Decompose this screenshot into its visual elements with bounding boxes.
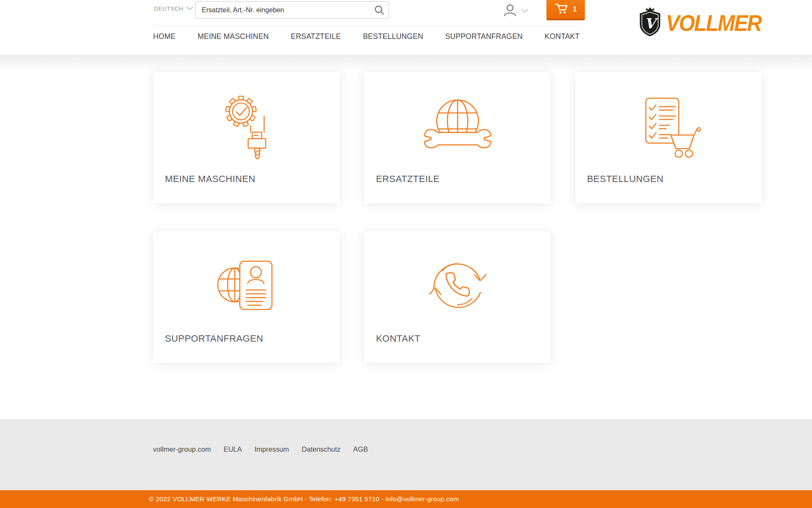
vollmer-logo[interactable]: V VOLLMER bbox=[638, 8, 761, 39]
chevron-down-icon bbox=[521, 7, 528, 15]
search-box bbox=[195, 1, 389, 19]
nav-item-ersatzteile[interactable]: ERSATZTEILE bbox=[291, 32, 341, 41]
footer-link-vollmer-group[interactable]: vollmer-group.com bbox=[153, 445, 211, 453]
search-input[interactable] bbox=[195, 1, 389, 19]
user-account-menu[interactable] bbox=[502, 3, 528, 19]
globe-contact-card-icon bbox=[153, 251, 340, 319]
vollmer-portal-page: DEUTSCH bbox=[0, 0, 812, 508]
cart-button[interactable]: 1 bbox=[546, 0, 585, 20]
chevron-down-icon bbox=[186, 6, 193, 12]
top-utility-bar: DEUTSCH bbox=[153, 0, 582, 26]
language-selector[interactable]: DEUTSCH bbox=[154, 6, 193, 12]
card-meine-maschinen[interactable]: MEINE MASCHINEN bbox=[153, 72, 340, 203]
phone-circular-arrows-icon bbox=[364, 251, 551, 319]
nav-item-kontakt[interactable]: KONTAKT bbox=[545, 32, 580, 41]
user-icon bbox=[502, 3, 518, 19]
card-bestellungen[interactable]: BESTELLUNGEN bbox=[575, 72, 762, 203]
dashboard-tiles: MEINE MASCHINEN ERSATZTEILE bbox=[153, 72, 761, 363]
card-ersatzteile[interactable]: ERSATZTEILE bbox=[364, 72, 551, 203]
footer-link-eula[interactable]: EULA bbox=[224, 445, 242, 453]
nav-item-meine-maschinen[interactable]: MEINE MASCHINEN bbox=[198, 32, 269, 41]
vollmer-wordmark: VOLLMER bbox=[666, 11, 761, 36]
cart-count-badge: 1 bbox=[573, 6, 577, 13]
search-icon[interactable] bbox=[374, 5, 385, 16]
footer: vollmer-group.com EULA Impressum Datensc… bbox=[0, 419, 812, 490]
machine-gear-check-icon bbox=[153, 91, 340, 163]
header: DEUTSCH bbox=[0, 0, 812, 55]
card-label: SUPPORTANFRAGEN bbox=[165, 333, 263, 344]
nav-item-supportanfragen[interactable]: SUPPORTANFRAGEN bbox=[445, 32, 523, 41]
checklist-cart-icon bbox=[575, 91, 762, 159]
card-label: BESTELLUNGEN bbox=[587, 174, 664, 185]
card-label: MEINE MASCHINEN bbox=[165, 174, 255, 185]
nav-item-bestellungen[interactable]: BESTELLUNGEN bbox=[363, 32, 423, 41]
footer-link-agb[interactable]: AGB bbox=[353, 445, 368, 453]
card-label: ERSATZTEILE bbox=[376, 174, 440, 185]
footer-link-impressum[interactable]: Impressum bbox=[255, 445, 289, 453]
main-navigation: HOME MEINE MASCHINEN ERSATZTEILE BESTELL… bbox=[153, 32, 580, 41]
cart-icon bbox=[555, 3, 568, 16]
card-label: KONTAKT bbox=[376, 333, 420, 344]
card-supportanfragen[interactable]: SUPPORTANFRAGEN bbox=[153, 232, 340, 363]
card-kontakt[interactable]: KONTAKT bbox=[364, 232, 551, 363]
copyright-text: © 2022 VOLLMER WERKE Maschinenfabrik Gmb… bbox=[149, 490, 812, 508]
nav-item-home[interactable]: HOME bbox=[153, 32, 176, 41]
globe-wrench-icon bbox=[364, 91, 551, 154]
language-label: DEUTSCH bbox=[154, 6, 183, 12]
footer-links: vollmer-group.com EULA Impressum Datensc… bbox=[153, 445, 368, 453]
vollmer-shield-icon: V bbox=[638, 8, 662, 39]
copyright-bar: © 2022 VOLLMER WERKE Maschinenfabrik Gmb… bbox=[0, 490, 812, 508]
footer-link-datenschutz[interactable]: Datenschutz bbox=[302, 445, 340, 453]
header-drop-shadow bbox=[0, 55, 812, 71]
